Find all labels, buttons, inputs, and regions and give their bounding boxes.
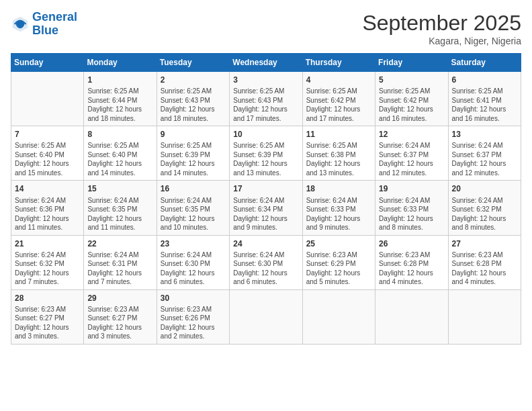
day-number: 14 [15,183,80,194]
day-info: Sunrise: 6:23 AMSunset: 6:27 PMDaylight:… [15,305,80,341]
logo-icon [11,15,30,34]
calendar-cell: 22Sunrise: 6:24 AMSunset: 6:31 PMDayligh… [84,235,157,289]
day-number: 27 [452,238,517,249]
calendar-cell: 14Sunrise: 6:24 AMSunset: 6:36 PMDayligh… [11,181,84,235]
col-header-wednesday: Wednesday [230,54,302,72]
day-info: Sunrise: 6:23 AMSunset: 6:26 PMDaylight:… [161,305,226,341]
day-info: Sunrise: 6:25 AMSunset: 6:39 PMDaylight:… [161,141,226,177]
col-header-friday: Friday [375,54,448,72]
day-info: Sunrise: 6:24 AMSunset: 6:37 PMDaylight:… [452,141,517,177]
day-number: 15 [87,183,152,194]
calendar-week-5: 28Sunrise: 6:23 AMSunset: 6:27 PMDayligh… [11,289,521,344]
day-info: Sunrise: 6:24 AMSunset: 6:35 PMDaylight:… [161,196,226,232]
day-number: 26 [379,238,444,249]
day-number: 28 [15,293,80,304]
calendar-cell: 11Sunrise: 6:25 AMSunset: 6:38 PMDayligh… [302,126,375,181]
calendar-cell: 19Sunrise: 6:24 AMSunset: 6:33 PMDayligh… [375,181,448,235]
calendar-cell: 27Sunrise: 6:23 AMSunset: 6:28 PMDayligh… [448,235,521,289]
calendar-cell [11,72,84,126]
day-number: 9 [161,129,226,140]
day-number: 11 [306,129,371,140]
calendar-cell: 20Sunrise: 6:24 AMSunset: 6:32 PMDayligh… [448,181,521,235]
day-number: 22 [87,238,152,249]
day-info: Sunrise: 6:24 AMSunset: 6:31 PMDaylight:… [87,250,152,287]
logo: General Blue [11,11,77,38]
day-info: Sunrise: 6:24 AMSunset: 6:32 PMDaylight:… [452,196,517,232]
day-info: Sunrise: 6:25 AMSunset: 6:40 PMDaylight:… [87,141,152,177]
page-header: General Blue September 2025 Kagara, Nige… [11,11,521,46]
calendar-cell [448,289,521,344]
day-info: Sunrise: 6:25 AMSunset: 6:44 PMDaylight:… [87,87,152,123]
calendar-cell: 21Sunrise: 6:24 AMSunset: 6:32 PMDayligh… [11,235,84,289]
day-info: Sunrise: 6:24 AMSunset: 6:30 PMDaylight:… [161,250,226,287]
day-number: 18 [306,183,371,194]
calendar-week-4: 21Sunrise: 6:24 AMSunset: 6:32 PMDayligh… [11,235,521,289]
calendar-cell: 12Sunrise: 6:24 AMSunset: 6:37 PMDayligh… [375,126,448,181]
day-info: Sunrise: 6:24 AMSunset: 6:33 PMDaylight:… [306,196,371,232]
col-header-monday: Monday [84,54,157,72]
calendar-cell: 3Sunrise: 6:25 AMSunset: 6:43 PMDaylight… [230,72,302,126]
day-number: 25 [306,238,371,249]
logo-text: General Blue [32,11,77,38]
day-info: Sunrise: 6:24 AMSunset: 6:36 PMDaylight:… [15,196,80,232]
calendar-cell: 2Sunrise: 6:25 AMSunset: 6:43 PMDaylight… [157,72,229,126]
calendar-cell: 7Sunrise: 6:25 AMSunset: 6:40 PMDaylight… [11,126,84,181]
calendar-cell: 26Sunrise: 6:23 AMSunset: 6:28 PMDayligh… [375,235,448,289]
day-number: 29 [87,293,152,304]
calendar-cell: 10Sunrise: 6:25 AMSunset: 6:39 PMDayligh… [230,126,302,181]
day-number: 1 [87,75,152,85]
calendar-cell: 9Sunrise: 6:25 AMSunset: 6:39 PMDaylight… [157,126,229,181]
location-subtitle: Kagara, Niger, Nigeria [362,36,521,46]
day-number: 12 [379,129,444,140]
calendar-cell: 30Sunrise: 6:23 AMSunset: 6:26 PMDayligh… [157,289,229,344]
day-number: 23 [161,238,226,249]
calendar-cell: 6Sunrise: 6:25 AMSunset: 6:41 PMDaylight… [448,72,521,126]
calendar-cell: 29Sunrise: 6:23 AMSunset: 6:27 PMDayligh… [84,289,157,344]
calendar-cell: 16Sunrise: 6:24 AMSunset: 6:35 PMDayligh… [157,181,229,235]
day-number: 19 [379,183,444,194]
calendar-cell: 15Sunrise: 6:24 AMSunset: 6:35 PMDayligh… [84,181,157,235]
day-info: Sunrise: 6:24 AMSunset: 6:30 PMDaylight:… [233,250,298,287]
day-info: Sunrise: 6:24 AMSunset: 6:33 PMDaylight:… [379,196,444,232]
calendar-cell: 23Sunrise: 6:24 AMSunset: 6:30 PMDayligh… [157,235,229,289]
day-info: Sunrise: 6:23 AMSunset: 6:28 PMDaylight:… [379,250,444,287]
day-info: Sunrise: 6:25 AMSunset: 6:41 PMDaylight:… [452,87,517,123]
col-header-tuesday: Tuesday [157,54,229,72]
day-number: 20 [452,183,517,194]
day-number: 6 [452,75,517,85]
day-info: Sunrise: 6:24 AMSunset: 6:32 PMDaylight:… [15,250,80,287]
day-info: Sunrise: 6:23 AMSunset: 6:27 PMDaylight:… [87,305,152,341]
day-number: 24 [233,238,298,249]
col-header-thursday: Thursday [302,54,375,72]
day-number: 21 [15,238,80,249]
calendar-cell [302,289,375,344]
calendar-cell: 24Sunrise: 6:24 AMSunset: 6:30 PMDayligh… [230,235,302,289]
calendar-week-2: 7Sunrise: 6:25 AMSunset: 6:40 PMDaylight… [11,126,521,181]
logo-line2: Blue [32,24,77,38]
day-info: Sunrise: 6:25 AMSunset: 6:39 PMDaylight:… [233,141,298,177]
calendar-cell: 13Sunrise: 6:24 AMSunset: 6:37 PMDayligh… [448,126,521,181]
calendar-cell [230,289,302,344]
calendar-week-3: 14Sunrise: 6:24 AMSunset: 6:36 PMDayligh… [11,181,521,235]
calendar-cell: 4Sunrise: 6:25 AMSunset: 6:42 PMDaylight… [302,72,375,126]
month-title: September 2025 [362,11,521,36]
calendar-week-1: 1Sunrise: 6:25 AMSunset: 6:44 PMDaylight… [11,72,521,126]
day-number: 16 [161,183,226,194]
day-number: 10 [233,129,298,140]
calendar-header-row: SundayMondayTuesdayWednesdayThursdayFrid… [11,54,521,72]
logo-line1: General [32,10,77,24]
calendar-table: SundayMondayTuesdayWednesdayThursdayFrid… [11,53,521,345]
day-info: Sunrise: 6:25 AMSunset: 6:43 PMDaylight:… [233,87,298,123]
day-info: Sunrise: 6:24 AMSunset: 6:34 PMDaylight:… [233,196,298,232]
col-header-saturday: Saturday [448,54,521,72]
day-number: 2 [161,75,226,85]
day-info: Sunrise: 6:25 AMSunset: 6:38 PMDaylight:… [306,141,371,177]
calendar-cell: 18Sunrise: 6:24 AMSunset: 6:33 PMDayligh… [302,181,375,235]
calendar-cell: 28Sunrise: 6:23 AMSunset: 6:27 PMDayligh… [11,289,84,344]
calendar-cell: 8Sunrise: 6:25 AMSunset: 6:40 PMDaylight… [84,126,157,181]
calendar-cell: 5Sunrise: 6:25 AMSunset: 6:42 PMDaylight… [375,72,448,126]
col-header-sunday: Sunday [11,54,84,72]
day-info: Sunrise: 6:24 AMSunset: 6:37 PMDaylight:… [379,141,444,177]
day-info: Sunrise: 6:25 AMSunset: 6:42 PMDaylight:… [306,87,371,123]
day-info: Sunrise: 6:25 AMSunset: 6:40 PMDaylight:… [15,141,80,177]
